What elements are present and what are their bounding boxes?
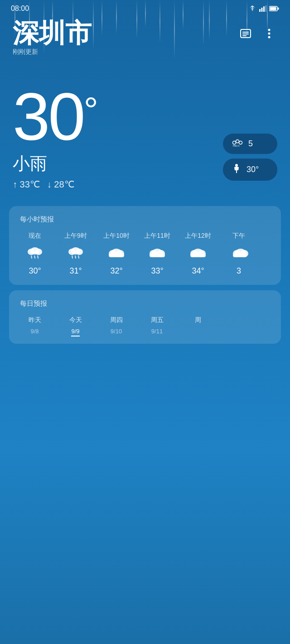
svg-point-12 xyxy=(268,33,271,35)
day-date-3: 9/11 xyxy=(151,328,163,335)
svg-rect-3 xyxy=(266,5,267,12)
update-time: 刚刚更新 xyxy=(13,48,92,56)
hour-item-1: 上午9时 31° xyxy=(55,232,96,276)
hour-item-2: 上午10时 32° xyxy=(96,232,137,276)
svg-point-15 xyxy=(236,140,239,143)
city-info: 深圳市 刚刚更新 xyxy=(13,20,92,56)
day-item-4: 周 xyxy=(178,316,218,336)
hour-temp-5: 3 xyxy=(237,266,241,276)
svg-rect-42 xyxy=(190,254,206,257)
day-date-2: 9/10 xyxy=(111,328,122,335)
svg-rect-23 xyxy=(34,255,35,259)
status-icons xyxy=(248,5,279,12)
feels-like-icon xyxy=(231,163,242,176)
day-label-4: 周 xyxy=(195,316,201,324)
pm25-value: 5 xyxy=(248,139,253,149)
hour-item-5: 下午 3 xyxy=(218,232,259,276)
list-icon-button[interactable] xyxy=(237,25,254,42)
hour-label-3: 上午11时 xyxy=(144,232,170,240)
weather-main: 30° 小雨 ↑ 33℃ ↓ 28℃ PM2.5 xyxy=(0,56,290,199)
daily-title: 每日预报 xyxy=(9,299,281,308)
svg-rect-1 xyxy=(261,8,263,12)
hour-label-1: 上午9时 xyxy=(64,232,87,240)
hour-item-3: 上午11时 33° xyxy=(137,232,178,276)
svg-point-20 xyxy=(28,249,35,255)
hour-item-0: 现在 30° xyxy=(14,232,55,276)
daily-scroll[interactable]: 昨天 9/8 今天 9/9 周四 9/10 周五 9/11 周 xyxy=(9,316,281,336)
svg-rect-22 xyxy=(31,255,32,259)
weather-description: 小雨 xyxy=(13,152,97,175)
svg-rect-5 xyxy=(270,7,276,10)
svg-point-21 xyxy=(35,249,42,255)
svg-point-16 xyxy=(239,141,242,144)
low-temp: ↓ 28℃ xyxy=(47,179,74,190)
svg-point-14 xyxy=(233,141,236,144)
more-icon xyxy=(268,29,271,38)
hourly-scroll[interactable]: 现在 30° 上午9时 xyxy=(9,232,281,276)
day-date-1: 9/9 xyxy=(71,328,79,336)
svg-point-26 xyxy=(68,249,76,255)
day-item-3: 周五 9/11 xyxy=(137,316,178,336)
temp-unit: ° xyxy=(84,92,97,129)
svg-rect-29 xyxy=(75,255,76,259)
svg-rect-9 xyxy=(242,34,249,34)
hourly-forecast-card: 每小时预报 现在 30° 上午9时 xyxy=(9,206,281,285)
app-container: 08:00 深 xyxy=(0,0,290,644)
svg-rect-0 xyxy=(259,9,261,12)
day-label-0: 昨天 xyxy=(29,316,41,324)
weather-icon-cloud-4 xyxy=(188,245,208,262)
city-name: 深圳市 xyxy=(13,20,92,46)
weather-icon-rain-0 xyxy=(25,245,45,262)
feels-like-badge: 30° xyxy=(223,159,277,181)
hour-label-0: 现在 xyxy=(29,232,41,240)
high-temp: ↑ 33℃ xyxy=(13,179,40,190)
svg-text:PM2.5: PM2.5 xyxy=(233,144,240,147)
svg-rect-46 xyxy=(233,254,246,257)
day-label-3: 周五 xyxy=(151,316,164,324)
temp-section: 30° 小雨 ↑ 33℃ ↓ 28℃ xyxy=(13,83,97,190)
svg-rect-34 xyxy=(109,254,124,257)
weather-icon-rain-1 xyxy=(66,245,86,262)
bottom-spacer xyxy=(0,349,290,404)
temperature-display: 30° xyxy=(13,83,97,150)
hourly-title: 每小时预报 xyxy=(9,215,281,224)
day-label-1: 今天 xyxy=(69,316,82,324)
status-bar: 08:00 xyxy=(0,0,290,15)
wifi-icon xyxy=(248,5,256,12)
battery-icon xyxy=(269,6,279,11)
svg-rect-28 xyxy=(72,255,73,259)
hour-label-2: 上午10时 xyxy=(103,232,130,240)
svg-point-11 xyxy=(268,29,271,31)
signal-icon xyxy=(259,5,266,12)
weather-icon-cloud-5 xyxy=(229,245,249,262)
temp-range: ↑ 33℃ ↓ 28℃ xyxy=(13,179,97,190)
svg-rect-2 xyxy=(263,6,265,12)
svg-point-27 xyxy=(76,249,83,255)
svg-rect-6 xyxy=(278,8,279,10)
status-time: 08:00 xyxy=(11,5,29,13)
svg-rect-8 xyxy=(242,32,249,33)
list-icon xyxy=(240,29,251,38)
pm25-badge: PM2.5 5 xyxy=(223,134,277,154)
day-label-2: 周四 xyxy=(110,316,123,324)
svg-rect-24 xyxy=(37,255,39,259)
hour-label-5: 下午 xyxy=(232,232,245,240)
day-date-0: 9/8 xyxy=(30,328,39,335)
day-item-2: 周四 9/10 xyxy=(96,316,137,336)
day-item-0: 昨天 9/8 xyxy=(14,316,55,336)
hour-temp-3: 33° xyxy=(151,266,163,276)
hour-temp-1: 31° xyxy=(69,266,82,276)
temp-value: 30 xyxy=(13,79,84,154)
weather-icon-cloud-2 xyxy=(106,245,126,262)
hour-label-4: 上午12时 xyxy=(185,232,211,240)
hour-temp-0: 30° xyxy=(29,266,41,276)
more-icon-button[interactable] xyxy=(261,25,277,42)
feels-like-value: 30° xyxy=(246,165,259,174)
svg-point-18 xyxy=(235,164,238,167)
weather-icon-cloud-3 xyxy=(147,245,167,262)
svg-point-13 xyxy=(268,36,271,38)
svg-rect-10 xyxy=(242,35,246,36)
hour-item-4: 上午12时 34° xyxy=(178,232,218,276)
hour-temp-4: 34° xyxy=(192,266,204,276)
header-actions xyxy=(237,25,277,42)
